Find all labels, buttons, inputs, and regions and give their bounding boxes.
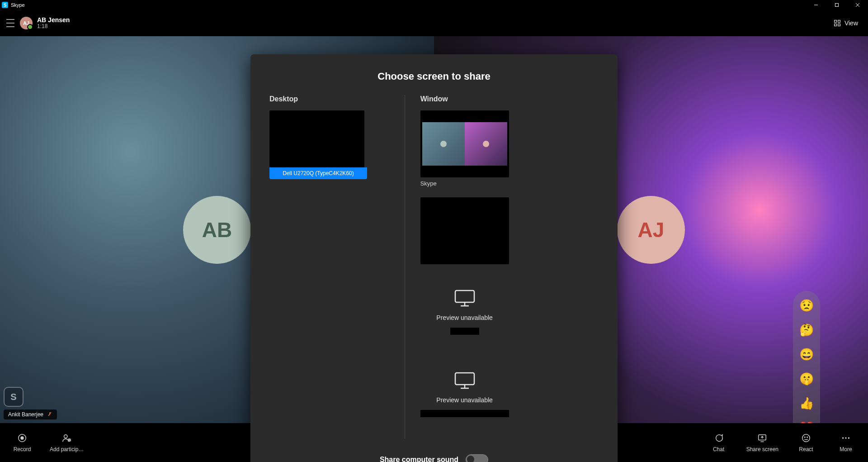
window-heading: Window	[420, 95, 599, 103]
emoji: 😄	[799, 348, 814, 362]
window-title-redacted	[450, 328, 479, 335]
window-column: Window Skype	[405, 95, 599, 439]
reaction-sad[interactable]: 😟	[798, 297, 815, 314]
share-screen-label: Share screen	[746, 446, 778, 452]
self-name: Ankit Banerjee	[8, 411, 43, 418]
record-button[interactable]: Record	[10, 433, 34, 452]
desktop-heading: Desktop	[269, 95, 395, 103]
svg-point-20	[842, 437, 844, 438]
window-source-4[interactable]: Preview unavailable	[420, 367, 509, 439]
svg-point-22	[848, 437, 849, 438]
monitor-icon	[453, 289, 476, 308]
svg-rect-6	[835, 24, 837, 26]
reaction-laugh[interactable]: 😄	[798, 346, 815, 362]
preview-unavailable-tile: Preview unavailable	[420, 284, 509, 357]
share-sound-toggle[interactable]	[466, 454, 488, 462]
window-source-2[interactable]	[420, 197, 509, 274]
svg-point-9	[20, 436, 24, 439]
mic-muted-icon	[47, 412, 52, 417]
more-label: More	[840, 446, 852, 452]
share-screen-icon	[757, 433, 768, 443]
call-header: AJ AB Jensen 1:18 View	[0, 10, 868, 36]
participant-initials: AB	[202, 218, 232, 242]
emoji: 🤫	[799, 372, 814, 386]
view-label: View	[844, 19, 858, 27]
caller-avatar-initials: AJ	[23, 20, 29, 26]
preview-unavailable-text: Preview unavailable	[436, 396, 493, 404]
svg-rect-4	[835, 20, 837, 23]
preview-unavailable-text: Preview unavailable	[436, 314, 493, 321]
window-close-button[interactable]	[847, 0, 868, 10]
monitor-icon	[453, 371, 476, 390]
skype-app-icon: S	[2, 2, 8, 8]
svg-rect-1	[835, 4, 839, 7]
svg-point-18	[805, 437, 805, 437]
react-label: React	[799, 446, 813, 452]
title-bar: S Skype	[0, 0, 868, 10]
participant-initials: AJ	[638, 218, 665, 242]
chat-icon	[713, 433, 724, 443]
add-participant-label: Add particip…	[50, 446, 84, 452]
chat-button[interactable]: Chat	[707, 433, 731, 452]
reaction-thinking[interactable]: 🤔	[798, 322, 815, 338]
desktop-source-label: Dell U2720Q (TypeC4K2K60)	[269, 167, 367, 179]
reaction-thumbs-up[interactable]: 👍	[798, 395, 815, 411]
reactions-rail: 😟 🤔 😄 🤫 👍 ❤️	[793, 291, 820, 442]
more-icon	[840, 433, 851, 443]
grid-icon	[834, 19, 841, 27]
share-sound-label: Share computer sound	[380, 456, 458, 462]
preview-unavailable-tile: Preview unavailable	[420, 367, 509, 439]
desktop-thumbnail	[269, 110, 364, 167]
participant-avatar-aj: AJ	[617, 196, 685, 264]
caller-avatar[interactable]: AJ	[20, 17, 33, 29]
emoji: 🤔	[799, 323, 814, 337]
self-preview[interactable]: S Ankit Banerjee	[4, 387, 57, 419]
record-label: Record	[14, 446, 31, 452]
desktop-source-tile[interactable]: Dell U2720Q (TypeC4K2K60)	[269, 110, 364, 179]
svg-rect-23	[455, 291, 474, 302]
reaction-shh[interactable]: 🤫	[798, 371, 815, 387]
share-screen-dialog: Choose screen to share Desktop Dell U272…	[250, 54, 618, 462]
window-thumbnail	[420, 110, 509, 177]
svg-rect-26	[455, 373, 474, 385]
call-duration: 1:18	[37, 24, 70, 29]
more-button[interactable]: More	[834, 433, 858, 452]
participant-avatar-ab: AB	[183, 196, 251, 264]
self-name-chip: Ankit Banerjee	[4, 410, 57, 419]
share-sound-row: Share computer sound	[269, 454, 599, 462]
desktop-column: Desktop Dell U2720Q (TypeC4K2K60)	[269, 95, 405, 439]
svg-rect-5	[838, 20, 840, 23]
add-participant-button[interactable]: Add particip…	[50, 433, 84, 452]
window-source-3[interactable]: Preview unavailable	[420, 284, 509, 357]
svg-point-21	[845, 437, 846, 438]
chat-label: Chat	[713, 446, 724, 452]
window-minimize-button[interactable]	[806, 0, 826, 10]
react-icon	[801, 433, 811, 443]
svg-point-17	[802, 434, 810, 442]
share-screen-button[interactable]: Share screen	[746, 433, 778, 452]
app-title: Skype	[11, 2, 25, 8]
hamburger-menu-button[interactable]	[6, 19, 14, 27]
skype-logo-icon: S	[4, 387, 24, 407]
window-thumbnail	[420, 197, 509, 264]
emoji: 👍	[799, 396, 814, 410]
svg-rect-7	[838, 24, 840, 26]
record-icon	[17, 433, 28, 443]
window-source-label: Skype	[420, 180, 437, 187]
dialog-title: Choose screen to share	[269, 71, 599, 82]
react-button[interactable]: React	[794, 433, 818, 452]
svg-point-10	[64, 435, 67, 438]
window-maximize-button[interactable]	[826, 0, 847, 10]
view-switcher[interactable]: View	[834, 19, 858, 27]
add-participant-icon	[61, 433, 72, 443]
window-source-skype[interactable]: Skype	[420, 110, 509, 187]
window-title-redacted	[420, 410, 509, 417]
emoji: 😟	[799, 299, 814, 313]
svg-point-19	[807, 437, 807, 437]
caller-name: AB Jensen	[37, 17, 70, 24]
